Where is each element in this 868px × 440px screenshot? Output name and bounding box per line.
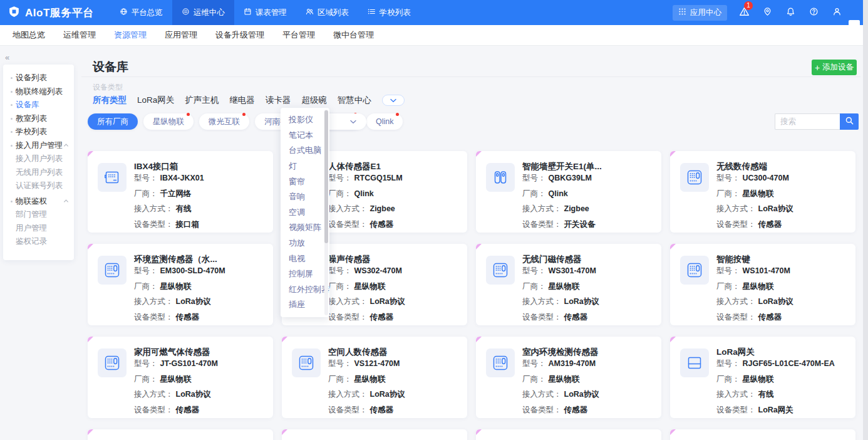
pin-icon [763, 7, 772, 19]
subnav-item-map-overview[interactable]: 地图总览 [13, 29, 45, 41]
subnav-item-app-management[interactable]: 应用管理 [165, 29, 197, 41]
topnav-item-region-list[interactable]: 区域列表 [296, 0, 358, 25]
help-button[interactable] [807, 6, 820, 19]
dropdown-option[interactable]: 功放 [281, 236, 329, 251]
dropdown-scrollbar-thumb[interactable] [324, 110, 328, 243]
sidebar-item-auth-account-list[interactable]: 认证账号列表 [3, 179, 74, 193]
access-row: 接入方式：有线 [134, 204, 204, 214]
device-card[interactable]: LoRa网关 型号：RJGF65-L01CE-470M-EA 厂商：星纵物联 接… [670, 337, 855, 418]
subnav-item-ops-management[interactable]: 运维管理 [63, 29, 96, 41]
model-value: IBX4-JKX01 [160, 174, 204, 182]
app-center-button[interactable]: 应用中心 [673, 5, 727, 21]
dropdown-option[interactable]: 灯 [281, 159, 329, 174]
type-row-field: 设备类型：传感器 [716, 312, 793, 323]
dropdown-option[interactable]: 窗帘 [281, 174, 329, 189]
vendor-value: 星纵物联 [743, 375, 774, 384]
device-card[interactable]: 型号： 厂商： 接入方式： 设备类型： [282, 429, 467, 440]
sidebar-group-iot-auth[interactable]: 物联鉴权 [3, 195, 74, 209]
vendor-filter-all[interactable]: 所有厂商 [88, 113, 138, 130]
type-filter-relay[interactable]: 继电器 [229, 95, 255, 106]
users-icon [306, 8, 314, 18]
vendor-filter-xingzong[interactable]: 星纵物联 [143, 113, 194, 130]
device-card[interactable]: 无线门磁传感器 型号：WS301-470M 厂商：星纵物联 接入方式：LoRa协… [476, 244, 661, 325]
search-button[interactable] [840, 113, 859, 130]
sidebar-item-user-management[interactable]: 用户管理 [3, 222, 74, 236]
dropdown-option[interactable]: 台式电脑 [281, 143, 329, 159]
topnav-item-school-list[interactable]: 学校列表 [358, 0, 420, 25]
subnav-item-device-upgrade[interactable]: 设备升级管理 [215, 29, 264, 41]
dropdown-option[interactable]: 电视 [281, 251, 329, 266]
dropdown-option[interactable]: 控制屏 [281, 266, 329, 282]
sidebar: 设备列表 物联终端列表 设备库 教室列表 学校列表 接入用户管理 接入用户列表 … [3, 65, 74, 260]
device-card[interactable]: 智能墙壁开关E1(单... 型号：QBKG39LM 厂商：Qlink 接入方式：… [476, 151, 661, 233]
sidebar-item-access-user-list[interactable]: 接入用户列表 [3, 152, 74, 166]
dropdown-option[interactable]: 笔记本 [281, 128, 329, 144]
vendor-value: 千立网络 [160, 189, 192, 198]
vendor-filter-qlink[interactable]: Qlink [366, 113, 403, 130]
sidebar-item-dept-management[interactable]: 部门管理 [3, 208, 74, 222]
device-card[interactable]: 型号： 厂商： 接入方式： 设备类型： [670, 429, 855, 440]
sidebar-group-access-user-management[interactable]: 接入用户管理 [3, 139, 74, 153]
dropdown-option[interactable]: 红外控制器 [281, 282, 329, 298]
sidebar-collapse-button[interactable]: « [5, 53, 9, 62]
type-label: 设备类型： [522, 406, 562, 414]
search-input[interactable] [775, 113, 840, 130]
alert-button[interactable]: 1 [738, 6, 750, 19]
dropdown-option[interactable]: 投影仪 [281, 112, 329, 128]
dropdown-option[interactable]: 插座 [281, 297, 329, 313]
vendor-filter-weiguang[interactable]: 微光互联 [199, 113, 249, 130]
sidebar-item-device-list[interactable]: 设备列表 [3, 71, 74, 85]
type-filter-card-reader[interactable]: 读卡器 [266, 95, 291, 106]
dropdown-option[interactable]: 视频矩阵 [281, 220, 329, 236]
device-card[interactable]: 无线数传感端 型号：UC300-470M 厂商：星纵物联 接入方式：LoRa协议… [670, 151, 855, 233]
device-card[interactable]: 智能按键 型号：WS101-470M 厂商：星纵物联 接入方式：LoRa协议 设… [670, 244, 855, 325]
dropdown-option[interactable]: 音响 [281, 189, 329, 205]
sidebar-item-device-library[interactable]: 设备库 [3, 98, 74, 112]
type-value: 传感器 [370, 406, 394, 414]
device-name: 噪声传感器 [328, 254, 461, 265]
device-card[interactable]: IBX4接口箱 型号：IBX4-JKX01 厂商：千立网络 接入方式：有线 设备… [88, 151, 273, 233]
model-row: 型号：IBX4-JKX01 [134, 173, 204, 184]
device-fields: 型号：EM300-SLD-470M 厂商：星纵物联 接入方式：LoRa协议 设备… [134, 266, 225, 323]
device-card[interactable]: 环境监测传感器（水... 型号：EM300-SLD-470M 厂商：星纵物联 接… [88, 244, 273, 325]
subnav-item-platform-management[interactable]: 平台管理 [282, 29, 315, 41]
type-value: 传感器 [758, 313, 782, 322]
topnav-item-platform-overview[interactable]: 平台总览 [110, 0, 172, 25]
device-name: 室内环境检测传感器 [522, 347, 655, 358]
device-name: 空间人数传感器 [328, 347, 461, 358]
location-button[interactable] [761, 6, 773, 19]
type-filter-smart-center[interactable]: 智慧中心 [338, 95, 371, 106]
user-button[interactable] [830, 6, 843, 19]
type-filter-super-bowl[interactable]: 超级碗 [301, 95, 327, 106]
topnav-item-schedule-management[interactable]: 课表管理 [234, 0, 296, 25]
model-row: 型号：UC300-470M [716, 173, 793, 184]
add-device-button[interactable]: +添加设备 [812, 60, 857, 75]
sidebar-group-label: 接入用户管理 [16, 140, 63, 151]
type-filter-all[interactable]: 所有类型 [93, 95, 127, 106]
sidebar-item-terminal-list[interactable]: 物联终端列表 [3, 85, 74, 99]
device-card[interactable]: 室内环境检测传感器 型号：AM319-470M 厂商：星纵物联 接入方式：LoR… [476, 337, 661, 418]
notification-button[interactable] [784, 6, 797, 19]
device-card[interactable]: 空间人数传感器 型号：VS121-470M 厂商：星纵物联 接入方式：LoRa协… [282, 337, 467, 418]
dropdown-option[interactable]: 空调 [281, 205, 329, 221]
avatar-partial[interactable] [849, 20, 860, 26]
topnav-item-ops-center[interactable]: 运维中心 [172, 0, 234, 25]
type-filter-sound-host[interactable]: 扩声主机 [185, 95, 219, 106]
logo[interactable]: AIoT服务平台 [0, 6, 110, 20]
device-card[interactable]: 家用可燃气体传感器 型号：JT-GS101-470M 厂商：星纵物联 接入方式：… [88, 337, 273, 418]
app-title: AIoT服务平台 [25, 6, 94, 20]
device-card[interactable]: 型号： 厂商： 接入方式： 设备类型： [88, 429, 273, 440]
sidebar-item-classroom-list[interactable]: 教室列表 [3, 112, 74, 126]
model-label: 型号： [522, 174, 546, 182]
sidebar-item-wireless-user-list[interactable]: 无线用户列表 [3, 166, 74, 180]
type-filter-lora-gateway[interactable]: LoRa网关 [137, 95, 174, 106]
sidebar-item-auth-records[interactable]: 鉴权记录 [3, 235, 74, 249]
subnav-item-micro-platform[interactable]: 微中台管理 [333, 29, 374, 41]
sidebar-item-school-list[interactable]: 学校列表 [3, 125, 74, 139]
vendor-value: 星纵物联 [354, 375, 386, 384]
card-corner-ribbon [670, 244, 676, 249]
device-card[interactable]: 型号： 厂商： 接入方式： 设备类型： [476, 429, 661, 440]
type-more-button[interactable] [382, 95, 405, 106]
subnav-item-resource-management[interactable]: 资源管理 [114, 29, 147, 41]
page-scrollbar[interactable] [863, 0, 868, 440]
